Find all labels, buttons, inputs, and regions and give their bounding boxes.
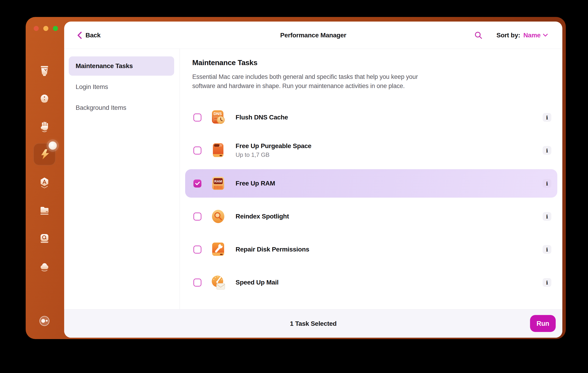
svg-text:DNS: DNS xyxy=(214,112,222,116)
dns-cache-icon: DNS xyxy=(210,109,226,126)
task-checkbox-checked[interactable] xyxy=(193,180,201,188)
task-checkbox-unchecked[interactable] xyxy=(193,213,201,221)
info-button[interactable]: i xyxy=(543,245,551,254)
spotlight-magnifier-icon xyxy=(210,208,226,225)
run-button[interactable]: Run xyxy=(530,315,556,332)
selection-status: 1 Task Selected xyxy=(64,309,562,338)
task-checkbox-unchecked[interactable] xyxy=(193,278,201,287)
task-checkbox-unchecked[interactable] xyxy=(193,114,201,121)
clutter-cloud-icon[interactable] xyxy=(38,260,51,273)
orb-small-dot xyxy=(46,320,48,322)
run-label: Run xyxy=(536,320,549,327)
search-button[interactable] xyxy=(474,31,483,40)
desktop-background: Back Performance Manager Sort by: Name xyxy=(0,0,588,373)
sort-value: Name xyxy=(523,32,541,39)
nav-label: Maintenance Tasks xyxy=(76,62,133,70)
task-row-free-up-purgeable-space[interactable]: Free Up Purgeable Space Up to 1,7 GB i xyxy=(185,136,557,165)
purgeable-space-drive-icon xyxy=(210,142,226,159)
disk-wrench-icon xyxy=(210,241,226,258)
orb-large-dot xyxy=(41,319,45,323)
task-label: Free Up RAM xyxy=(236,180,275,187)
task-row-repair-disk-permissions[interactable]: Repair Disk Permissions i xyxy=(185,235,557,264)
sort-dropdown[interactable]: Name xyxy=(523,32,548,39)
nav-label: Background Items xyxy=(76,104,126,111)
assistant-orb-icon[interactable] xyxy=(39,316,50,326)
space-lens-icon[interactable] xyxy=(38,232,51,245)
search-icon xyxy=(474,31,483,40)
task-label: Reindex Spotlight xyxy=(236,213,289,220)
performance-lightning-icon xyxy=(38,148,51,160)
applications-icon[interactable] xyxy=(38,177,51,189)
footer-bar: 1 Task Selected Run xyxy=(64,309,562,338)
info-icon: i xyxy=(546,181,548,187)
task-label: Repair Disk Permissions xyxy=(236,246,309,253)
task-checkbox-unchecked[interactable] xyxy=(193,147,201,155)
app-window: Back Performance Manager Sort by: Name xyxy=(26,17,566,339)
ram-chip-icon: RAM xyxy=(210,175,226,192)
notification-orb-badge xyxy=(49,141,57,150)
info-icon: i xyxy=(546,213,548,220)
task-row-reindex-spotlight[interactable]: Reindex Spotlight i xyxy=(185,202,557,231)
tasks-content: Maintenance Tasks Essential Mac care inc… xyxy=(180,49,562,309)
protection-orb-icon[interactable] xyxy=(38,93,51,105)
main-panel: Back Performance Manager Sort by: Name xyxy=(64,21,562,338)
window-header: Back Performance Manager Sort by: Name xyxy=(64,21,562,49)
nav-label: Login Items xyxy=(76,83,108,91)
task-row-free-up-ram-selected[interactable]: RAM Free Up RAM i xyxy=(185,169,557,198)
task-row-speed-up-mail[interactable]: Speed Up Mail i xyxy=(185,268,557,297)
sidebar-item-performance-selected[interactable] xyxy=(33,143,55,165)
sort-by-label: Sort by: xyxy=(497,32,520,39)
app-sidebar xyxy=(26,17,64,339)
section-nav: Maintenance Tasks Login Items Background… xyxy=(64,49,180,309)
info-button[interactable]: i xyxy=(543,146,551,155)
nav-item-background-items[interactable]: Background Items xyxy=(76,103,126,113)
header-actions: Sort by: Name xyxy=(474,21,548,49)
cleanup-bin-icon[interactable] xyxy=(38,64,51,76)
svg-text:RAM: RAM xyxy=(214,179,222,183)
info-icon: i xyxy=(546,279,548,286)
info-icon: i xyxy=(546,114,548,121)
nav-item-login-items[interactable]: Login Items xyxy=(76,82,108,92)
task-sublabel: Up to 1,7 GB xyxy=(236,151,311,159)
content-heading: Maintenance Tasks xyxy=(192,58,257,67)
content-description: Essential Mac care includes both general… xyxy=(192,72,440,91)
info-icon: i xyxy=(546,246,548,253)
task-row-flush-dns-cache[interactable]: DNS Flush DNS Cache i xyxy=(185,103,557,132)
privacy-hand-icon[interactable] xyxy=(38,120,51,133)
info-button[interactable]: i xyxy=(543,278,551,287)
chevron-down-icon xyxy=(543,33,548,37)
info-icon: i xyxy=(546,147,548,154)
checkmark-icon xyxy=(195,181,200,185)
info-button[interactable]: i xyxy=(543,212,551,221)
files-folder-icon[interactable] xyxy=(38,204,51,217)
task-label: Flush DNS Cache xyxy=(236,114,288,121)
nav-item-maintenance-tasks[interactable]: Maintenance Tasks xyxy=(69,56,174,76)
mail-speedometer-icon xyxy=(210,274,226,291)
task-label: Speed Up Mail xyxy=(236,279,278,286)
info-button[interactable]: i xyxy=(543,179,551,188)
task-checkbox-unchecked[interactable] xyxy=(193,245,201,254)
info-button[interactable]: i xyxy=(543,113,551,122)
task-label: Free Up Purgeable Space xyxy=(236,142,311,150)
